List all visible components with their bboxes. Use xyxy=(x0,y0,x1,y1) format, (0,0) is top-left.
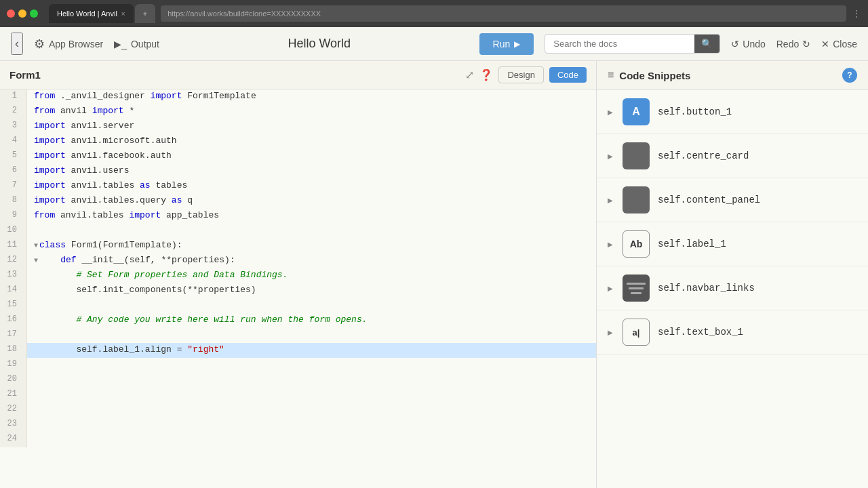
code-line-8[interactable]: 8import anvil.tables.query as q xyxy=(0,194,596,209)
info-icon[interactable]: ❓ xyxy=(479,68,493,81)
line-content xyxy=(27,403,596,418)
dot-green[interactable] xyxy=(30,9,38,18)
code-line-13[interactable]: 13 # Set Form properties and Data Bindin… xyxy=(0,268,596,283)
keyword-token: import xyxy=(129,210,161,220)
snippet-arrow-icon: ▶ xyxy=(608,285,614,292)
code-line-5[interactable]: 5import anvil.facebook.auth xyxy=(0,149,596,164)
code-editor[interactable]: 1from ._anvil_designer import Form1Templ… xyxy=(0,89,596,488)
snippet-item[interactable]: ▶self.content_panel xyxy=(597,178,868,222)
code-line-9[interactable]: 9from anvil.tables import app_tables xyxy=(0,209,596,224)
line-number: 3 xyxy=(0,119,27,134)
line-number: 10 xyxy=(0,224,27,239)
text-token: q xyxy=(182,195,193,205)
search-button[interactable]: 🔍 xyxy=(694,35,719,53)
code-button[interactable]: Code xyxy=(549,67,587,83)
line-number: 22 xyxy=(0,403,27,418)
text-token: anvil.facebook.auth xyxy=(66,150,172,161)
page-title: Hello World xyxy=(170,37,469,51)
code-line-24[interactable]: 24 xyxy=(0,432,596,447)
code-line-20[interactable]: 20 xyxy=(0,373,596,388)
expand-icon[interactable]: ⤢ xyxy=(465,68,474,81)
line-number: 16 xyxy=(0,313,27,328)
line-number: 9 xyxy=(0,209,27,224)
keyword-token: def xyxy=(60,255,76,265)
back-button[interactable]: ‹ xyxy=(11,33,23,55)
snippet-item[interactable]: ▶Aself.button_1 xyxy=(597,90,868,134)
keyword-token: as xyxy=(140,180,151,190)
snippet-name: self.navbar_links xyxy=(658,283,755,293)
browser-tab-active[interactable]: Hello World | Anvil × xyxy=(49,4,134,23)
dot-red[interactable] xyxy=(7,9,15,18)
text-token: self.label_1.align = xyxy=(34,344,187,354)
nav-icon-1: ⋮ xyxy=(852,8,861,19)
undo-button[interactable]: ↺ Undo xyxy=(731,39,765,49)
snippet-arrow-icon: ▶ xyxy=(608,241,614,248)
keyword-token: import xyxy=(151,91,182,101)
snippet-item[interactable]: ▶Abself.label_1 xyxy=(597,222,868,266)
design-button[interactable]: Design xyxy=(498,66,543,83)
snippet-item[interactable]: ▶self.centre_card xyxy=(597,134,868,178)
keyword-token: import xyxy=(34,136,66,146)
code-line-14[interactable]: 14 self.init_components(**properties) xyxy=(0,283,596,298)
code-line-16[interactable]: 16 # Any code you write here will run wh… xyxy=(0,313,596,328)
dot-yellow[interactable] xyxy=(18,9,26,18)
text-token xyxy=(34,314,76,325)
search-input[interactable] xyxy=(545,35,694,53)
code-line-19[interactable]: 19 xyxy=(0,358,596,373)
code-line-17[interactable]: 17 xyxy=(0,328,596,343)
snippet-arrow-icon: ▶ xyxy=(608,152,614,160)
code-line-18[interactable]: 18 self.label_1.align = "right" xyxy=(0,343,596,358)
text-token: anvil.tables xyxy=(55,210,129,220)
code-line-21[interactable]: 21 xyxy=(0,388,596,403)
snippet-arrow-icon: ▶ xyxy=(608,197,614,204)
line-content xyxy=(27,432,596,447)
browser-nav: ⋮ xyxy=(852,8,861,19)
code-line-15[interactable]: 15 xyxy=(0,298,596,313)
keyword-token: from xyxy=(34,106,55,116)
line-number: 21 xyxy=(0,388,27,403)
code-line-4[interactable]: 4import anvil.microsoft.auth xyxy=(0,134,596,149)
keyword-token: import xyxy=(34,165,66,176)
close-button[interactable]: ✕ Close xyxy=(821,39,857,49)
app-browser-label: App Browser xyxy=(49,39,103,49)
line-number: 11 xyxy=(0,239,27,253)
keyword-token: import xyxy=(34,180,66,190)
browser-tab-new[interactable]: + xyxy=(135,4,155,23)
tab-close[interactable]: × xyxy=(121,10,125,18)
line-content: import anvil.microsoft.auth xyxy=(27,134,596,149)
code-line-1[interactable]: 1from ._anvil_designer import Form1Templ… xyxy=(0,89,596,104)
redo-button[interactable]: Redo ↻ xyxy=(776,39,810,49)
line-content xyxy=(27,224,596,239)
code-line-12[interactable]: 12▼ def __init__(self, **properties): xyxy=(0,253,596,268)
output-button[interactable]: ▶_ Output xyxy=(114,39,159,49)
line-content xyxy=(27,388,596,403)
text-token: anvil.server xyxy=(66,121,134,131)
run-button[interactable]: Run ▶ xyxy=(479,33,534,55)
snippets-header: ≡ Code Snippets ? xyxy=(597,61,868,90)
line-content: from ._anvil_designer import Form1Templa… xyxy=(27,89,596,104)
text-token: self.init_components(**properties) xyxy=(34,285,256,295)
line-content: self.init_components(**properties) xyxy=(27,283,596,298)
keyword-token: from xyxy=(34,91,55,101)
code-line-3[interactable]: 3import anvil.server xyxy=(0,119,596,134)
comment-token: # Set Form properties and Data Bindings. xyxy=(76,270,288,280)
snippet-item[interactable]: ▶a|self.text_box_1 xyxy=(597,310,868,354)
code-line-2[interactable]: 2from anvil import * xyxy=(0,104,596,119)
code-line-10[interactable]: 10 xyxy=(0,224,596,239)
code-line-7[interactable]: 7import anvil.tables as tables xyxy=(0,179,596,194)
main-area: Form1 ⤢ ❓ Design Code 1from ._anvil_desi… xyxy=(0,61,868,488)
search-bar[interactable]: 🔍 xyxy=(545,34,720,54)
line-number: 18 xyxy=(0,343,27,358)
line-number: 15 xyxy=(0,298,27,313)
snippet-item[interactable]: ▶self.navbar_links xyxy=(597,266,868,310)
code-line-23[interactable]: 23 xyxy=(0,418,596,432)
app-browser-button[interactable]: ⚙ App Browser xyxy=(34,37,103,52)
code-line-11[interactable]: 11▼class Form1(Form1Template): xyxy=(0,239,596,253)
code-line-6[interactable]: 6import anvil.users xyxy=(0,164,596,179)
snippets-help-icon[interactable]: ? xyxy=(842,68,857,83)
keyword-token: import xyxy=(34,195,66,205)
browser-urlbar[interactable]: https://anvil.works/build#clone=XXXXXXXX… xyxy=(161,5,846,22)
keyword-token: as xyxy=(172,195,182,205)
code-line-22[interactable]: 22 xyxy=(0,403,596,418)
fold-arrow: ▼ xyxy=(34,257,38,264)
